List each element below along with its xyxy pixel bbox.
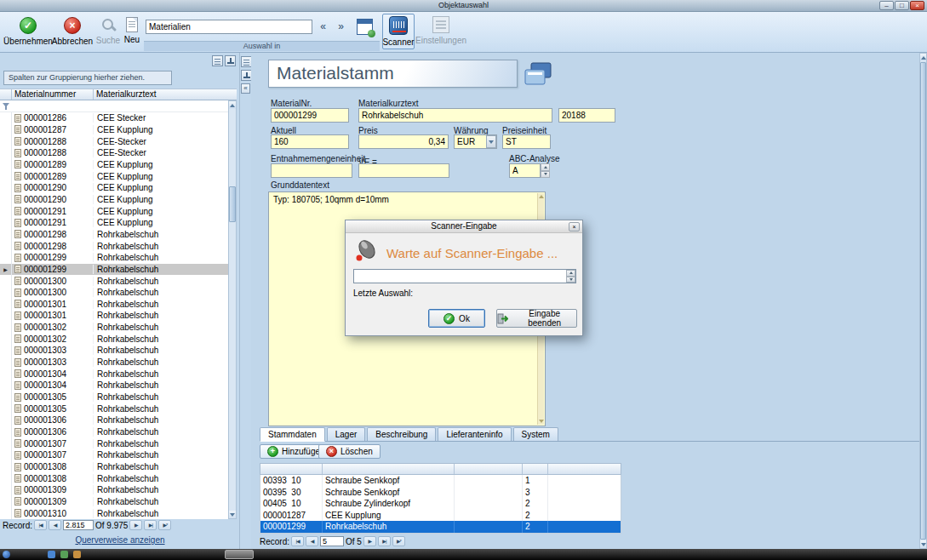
filter-row[interactable] [0,100,228,112]
material-row[interactable]: 000001299 Rohrkabelschuh [0,264,228,276]
material-row[interactable]: 000001308 Rohrkabelschuh [0,461,228,473]
material-row[interactable]: 000001287 CEE Kupplung [0,124,228,136]
material-row[interactable]: 000001303 Rohrkabelschuh [0,357,228,369]
left-grid-scrollbar[interactable] [228,100,237,519]
material-row[interactable]: 000001298 Rohrkabelschuh [0,229,228,241]
querverweise-link[interactable]: Querverweise anzeigen [75,535,164,545]
scroll-down-icon[interactable] [920,540,926,548]
material-row[interactable]: 000001291 CEE Kupplung [0,217,228,229]
record-prev-button[interactable]: ◀ [49,520,61,530]
material-row[interactable]: 000001305 Rohrkabelschuh [0,391,228,403]
material-row[interactable]: 000001291 CEE Kupplung [0,205,228,217]
spin-down-icon[interactable] [566,277,575,283]
material-row[interactable]: 000001310 Rohrkabelschuh [0,507,228,519]
pin-panel-icon[interactable] [225,55,236,66]
material-row[interactable]: 000001305 Rohrkabelschuh [0,403,228,414]
detail-column-header[interactable] [455,464,523,474]
scrollbar-thumb[interactable] [229,186,236,222]
material-row[interactable]: 000001288 CEE-Stecker [0,135,228,147]
aktuell-field[interactable] [271,134,349,149]
record-first-button[interactable]: |◀ [34,520,47,530]
material-row[interactable]: 000001289 CEE Kupplung [0,170,228,182]
material-row[interactable]: 000001289 CEE Kupplung [0,159,228,171]
abc-field[interactable] [509,163,541,178]
taskbar-item[interactable] [73,551,81,558]
detail-tab[interactable]: Stammdaten [260,427,325,442]
detail-tab[interactable]: Beschreibung [367,427,436,441]
record-append-button[interactable]: ▶* [392,536,405,546]
collapse-panel-icon[interactable]: « [241,83,250,94]
scrollbar-thumb[interactable] [920,62,926,540]
back-button[interactable]: « [314,20,332,34]
start-button[interactable] [3,551,10,558]
neu-button[interactable]: Neu [121,14,143,50]
detail-row[interactable]: 00395 30 Schraube Senkkopf 3 [260,487,621,499]
detail-row[interactable]: 000001299 Rohrkabelschuh 2 [260,521,621,533]
material-row[interactable]: 000001290 CEE Kupplung [0,182,228,194]
scroll-up-icon[interactable] [229,101,236,109]
material-row[interactable]: 000001288 CEE-Stecker [0,147,228,159]
material-row[interactable]: 000001307 Rohrkabelschuh [0,437,228,449]
dialog-titlebar[interactable]: Scanner-Eingabe × [346,220,582,233]
material-row[interactable]: 000001300 Rohrkabelschuh [0,287,228,299]
dialog-close-icon[interactable]: × [569,222,580,231]
window-titlebar[interactable]: Objektauswahl – □ × [0,0,927,12]
record-last-button[interactable]: ▶| [378,536,391,546]
materialkurztext-field[interactable] [358,108,552,123]
materialkurztext2-field[interactable] [558,108,615,123]
eingabe-beenden-button[interactable]: Eingabe beenden [496,309,577,328]
record-next-button[interactable]: ▶ [129,520,142,530]
spin-up-icon[interactable] [541,163,550,171]
material-row[interactable]: 000001299 Rohrkabelschuh [0,252,228,264]
detail-column-header[interactable] [323,464,455,474]
taskbar-item[interactable] [60,551,68,558]
material-row[interactable]: 000001309 Rohrkabelschuh [0,496,228,508]
preiseinheit-field[interactable] [502,134,551,149]
record-first-button[interactable]: |◀ [291,536,304,546]
material-row[interactable]: 000001301 Rohrkabelschuh [0,310,228,322]
detail-column-header[interactable] [523,464,548,474]
auswahl-input[interactable] [146,20,312,34]
minimize-button[interactable]: – [879,1,894,10]
material-row[interactable]: 000001298 Rohrkabelschuh [0,240,228,252]
record-next-button[interactable]: ▶ [363,536,376,546]
scanner-input[interactable] [353,269,576,283]
scroll-up-icon[interactable] [920,54,926,61]
preis-field[interactable] [358,134,449,149]
scroll-down-icon[interactable] [229,511,236,518]
detail-column-header[interactable] [260,464,323,474]
spin-up-icon[interactable] [566,270,575,277]
material-row[interactable]: 000001307 Rohrkabelschuh [0,449,228,461]
close-button[interactable]: × [910,1,924,10]
waehrung-dropdown-icon[interactable] [486,135,496,148]
record-append-button[interactable]: ▶* [158,520,171,530]
column-materialkurztext[interactable]: Materialkurztext [94,89,237,100]
material-row[interactable]: 000001308 Rohrkabelschuh [0,472,228,484]
column-materialnummer[interactable]: Materialnummer [12,89,94,100]
record-position-input[interactable] [63,520,94,530]
ok-button[interactable]: ✓ Ok [428,309,485,328]
material-row[interactable]: 000001290 CEE Kupplung [0,194,228,206]
detail-row[interactable]: 00405 10 Schraube Zylinderkopf 2 [260,498,621,510]
material-row[interactable]: 000001306 Rohrkabelschuh [0,414,228,426]
material-row[interactable]: 000001303 Rohrkabelschuh [0,345,228,357]
material-row[interactable]: 000001309 Rohrkabelschuh [0,484,228,496]
entnahme-field[interactable] [271,163,352,178]
material-row[interactable]: 000001302 Rohrkabelschuh [0,333,228,345]
taskbar-item[interactable] [48,551,55,558]
material-row[interactable]: 000001302 Rohrkabelschuh [0,322,228,334]
materialnr-field[interactable] [271,108,349,123]
loeschen-button[interactable]: × Löschen [318,444,381,459]
material-row[interactable]: 000001306 Rohrkabelschuh [0,426,228,438]
material-row[interactable]: 000001304 Rohrkabelschuh [0,380,228,391]
abbrechen-button[interactable]: × Abbrechen [52,14,93,50]
taskbar-active-window[interactable] [225,550,254,559]
spin-down-icon[interactable] [541,171,550,179]
uebernehmen-button[interactable]: ✓ Übernehmen [5,14,51,50]
detail-row[interactable]: 00393 10 Schraube Senkkopf 1 [260,475,621,487]
material-row[interactable]: 000001300 Rohrkabelschuh [0,275,228,287]
main-scrollbar[interactable] [919,53,927,549]
material-row[interactable]: 000001301 Rohrkabelschuh [0,299,228,311]
customize-columns-icon[interactable] [212,55,223,66]
scanner-button[interactable]: Scanner [382,14,415,49]
